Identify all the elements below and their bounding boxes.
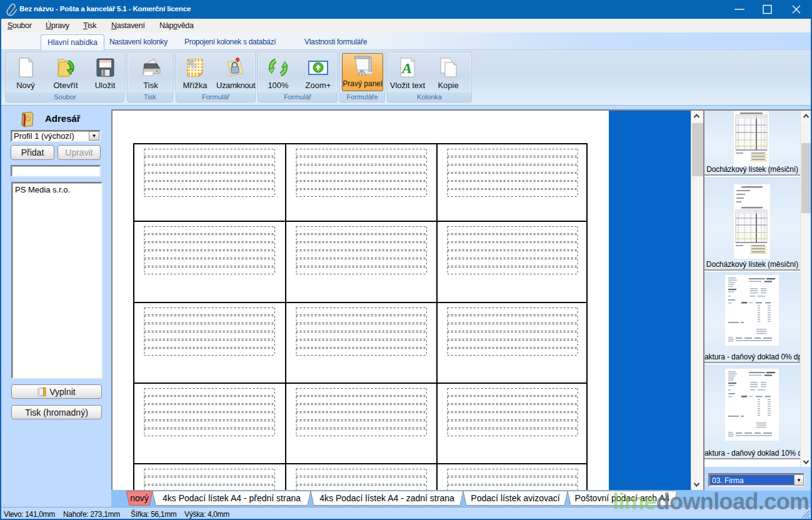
- svg-text:4ks Podací lístek A4 - přední: 4ks Podací lístek A4 - přední strana: [163, 493, 301, 503]
- svg-text:nový: nový: [130, 493, 149, 503]
- svg-text:4ks Podací lístek A4 - zadní s: 4ks Podací lístek A4 - zadní strana: [319, 493, 454, 503]
- svg-text:Podací lístek avizovací: Podací lístek avizovací: [471, 493, 560, 503]
- svg-text:A: A: [401, 60, 412, 76]
